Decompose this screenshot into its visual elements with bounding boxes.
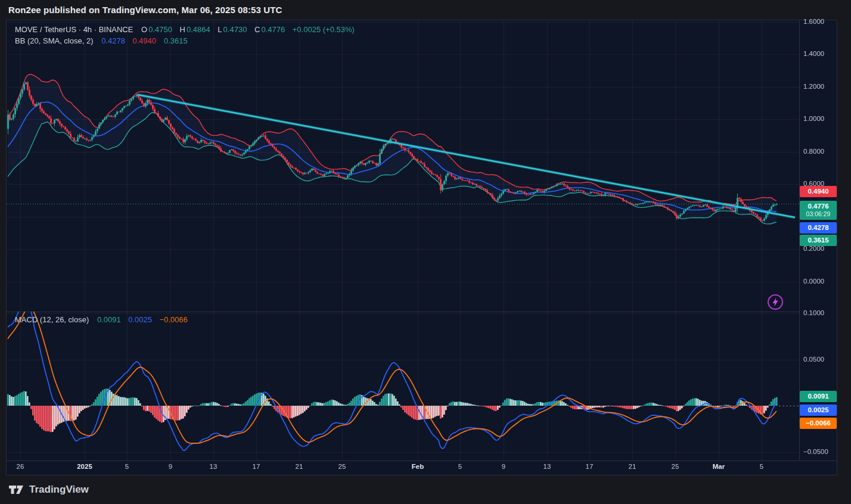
published-chart-page: Ron2ee published on TradingView.com, Mar… <box>0 0 851 504</box>
macd-legend: MACD (12, 26, close) 0.0091 0.0025 −0.00… <box>15 315 193 324</box>
macd-signal-value: −0.0066 <box>160 315 188 324</box>
flash-boost-button[interactable] <box>767 294 784 310</box>
close-value: 0.4776 <box>261 25 285 34</box>
symbol-title[interactable]: MOVE / TetherUS · 4h · BINANCE <box>15 25 133 34</box>
tradingview-wordmark: TradingView <box>29 484 89 496</box>
macd-line-value: 0.0025 <box>128 315 152 324</box>
low-label: L <box>218 25 222 34</box>
publication-header: Ron2ee published on TradingView.com, Mar… <box>0 0 851 20</box>
bb-legend: BB (20, SMA, close, 2) 0.4278 0.4940 0.3… <box>15 36 193 45</box>
change-value: +0.0025 (+0.53%) <box>293 25 355 34</box>
bb-basis-value: 0.4278 <box>101 36 125 45</box>
close-label: C <box>254 25 260 34</box>
bb-lower-value: 0.3615 <box>164 36 188 45</box>
open-value: 0.4750 <box>148 25 172 34</box>
macd-hist-value: 0.0091 <box>97 315 121 324</box>
chart-widget: MOVE / TetherUS · 4h · BINANCE O0.4750 H… <box>6 20 837 475</box>
high-value: 0.4864 <box>187 25 210 34</box>
chart-canvas[interactable] <box>7 20 837 475</box>
low-value: 0.4730 <box>223 25 247 34</box>
bb-upper-value: 0.4940 <box>133 36 157 45</box>
tradingview-logo[interactable]: TradingView <box>8 483 89 497</box>
main-legend: MOVE / TetherUS · 4h · BINANCE O0.4750 H… <box>15 25 360 34</box>
lightning-icon <box>767 294 784 310</box>
bb-indicator-title[interactable]: BB (20, SMA, close, 2) <box>15 36 94 45</box>
tradingview-mark-icon <box>8 483 24 497</box>
open-label: O <box>141 25 147 34</box>
macd-indicator-title[interactable]: MACD (12, 26, close) <box>15 315 89 324</box>
high-label: H <box>180 25 185 34</box>
